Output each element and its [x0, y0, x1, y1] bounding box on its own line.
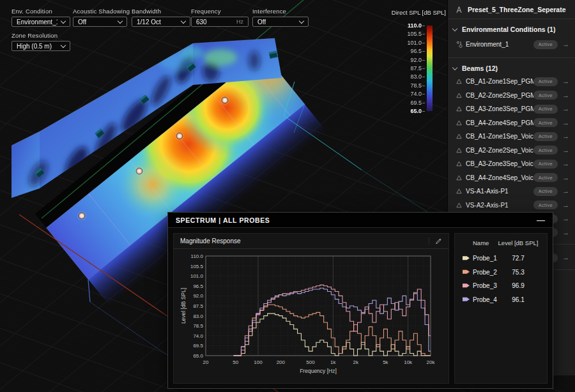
spectrum-panel-header[interactable]: SPECTRUM | ALL PROBES — [168, 213, 553, 228]
arrow-right-icon[interactable]: → [562, 215, 569, 222]
colorbar-title: Direct SPL [dB SPL] [392, 9, 446, 16]
svg-text:110.0: 110.0 [191, 253, 204, 259]
svg-text:20k: 20k [427, 359, 436, 365]
svg-text:Frequency [Hz]: Frequency [Hz] [300, 368, 337, 374]
probe-name: Probe_3 [473, 282, 497, 289]
colorbar-tick-mark [422, 103, 425, 103]
acoustic-shadowing-select[interactable]: Off [73, 17, 127, 27]
chevron-down-icon [452, 26, 457, 31]
svg-text:2k: 2k [353, 359, 358, 365]
probe-marker [175, 132, 184, 140]
magnitude-response-card: Magnitude Response 110.0105.5101.096.592… [173, 233, 449, 384]
colorbar-tick-mark [422, 68, 425, 69]
probe-row-Probe_2: Probe_275.3 [463, 266, 539, 280]
bandwidth-select[interactable]: 1/12 Oct [132, 17, 190, 27]
probe-name: Probe_4 [473, 296, 497, 303]
svg-text:Level [dB SPL]: Level [dB SPL] [180, 288, 187, 324]
frequency-label: Frequency [191, 8, 221, 15]
probe-row-Probe_1: Probe_172.7 [463, 252, 539, 266]
status-badge: Active [533, 132, 558, 141]
preset-title: Preset_5_ThreeZone_Seperate [468, 6, 566, 13]
arrow-right-icon[interactable]: → [562, 92, 569, 99]
preset-icon [456, 6, 463, 13]
colorbar-tick: 105.5 [383, 31, 422, 37]
colorbar-tick: 101.0 [383, 40, 422, 46]
arrow-right-icon[interactable]: → [562, 105, 569, 112]
colorbar-gradient [427, 26, 433, 111]
pencil-icon [435, 237, 442, 245]
chevron-down-icon [61, 42, 66, 47]
section-header-beams-12-[interactable]: Beams (12) [448, 58, 575, 75]
status-badge: Active [533, 160, 558, 169]
beam-icon [456, 202, 466, 208]
zone-resolution-select[interactable]: High (0.5 m) [12, 41, 70, 51]
chart-title: Magnitude Response [180, 237, 241, 245]
sidebar-item-CB_A1-Zone1Sep_PGM[interactable]: CB_A1-Zone1Sep_PGMActive→ [448, 75, 575, 89]
sidebar-item-CB_A4-Zone4Sep_Voice[interactable]: CB_A4-Zone4Sep_VoiceActive→ [448, 171, 575, 185]
frequency-input[interactable]: 630Hz [191, 17, 249, 27]
svg-text:92.0: 92.0 [193, 293, 203, 299]
sidebar-item-CB_A3-Zone3Sep_Voice[interactable]: CB_A3-Zone3Sep_VoiceActive→ [448, 157, 575, 171]
arrow-right-icon[interactable]: → [562, 174, 569, 181]
probe-flag-icon [463, 269, 470, 275]
sidebar-item-Environment_1[interactable]: Environment_1Active→ [448, 36, 575, 53]
preset-header[interactable]: Preset_5_ThreeZone_Seperate [448, 0, 575, 19]
colorbar-tick-mark [422, 26, 425, 26]
arrow-right-icon[interactable]: → [562, 160, 569, 167]
status-badge: Active [533, 91, 558, 100]
probe-name: Probe_1 [473, 255, 497, 262]
svg-text:83.0: 83.0 [193, 313, 203, 319]
arrow-right-icon[interactable]: → [562, 188, 569, 195]
spectrum-panel-title: SPECTRUM | ALL PROBES [176, 216, 270, 224]
arrow-right-icon[interactable]: → [562, 78, 569, 85]
arrow-right-icon[interactable]: → [562, 229, 569, 236]
svg-text:1k: 1k [330, 359, 336, 365]
minimize-button[interactable]: — [537, 217, 545, 223]
probe-row-Probe_4: Probe_496.1 [463, 293, 539, 307]
svg-text:200: 200 [277, 359, 286, 365]
environment-icon [456, 41, 466, 48]
svg-text:78.5: 78.5 [193, 323, 203, 329]
arrow-right-icon[interactable]: → [562, 41, 569, 48]
colorbar-tick-mark [422, 86, 425, 86]
colorbar-tick: 96.5 [383, 48, 422, 54]
interference-select[interactable]: Off [252, 17, 309, 27]
probe-name: Probe_2 [473, 269, 497, 276]
arrow-right-icon[interactable]: → [562, 202, 569, 209]
table-col-level: Level [dB SPL] [497, 239, 539, 246]
sidebar-item-CB_A2-Zone2Sep_PGM[interactable]: CB_A2-Zone2Sep_PGMActive→ [448, 89, 575, 103]
svg-text:65.0: 65.0 [193, 353, 203, 359]
arrow-right-icon[interactable]: → [562, 119, 569, 126]
probe-level: 72.7 [497, 255, 539, 262]
spectrum-panel: SPECTRUM | ALL PROBES — Magnitude Respon… [167, 212, 553, 389]
colorbar-tick-mark [422, 51, 425, 52]
sidebar-item-CB_A4-Zone4Sep_PGM[interactable]: CB_A4-Zone4Sep_PGMActive→ [448, 116, 575, 130]
svg-text:10k: 10k [404, 359, 413, 365]
probe-level: 96.9 [497, 282, 539, 289]
arrow-right-icon[interactable]: → [562, 254, 569, 261]
probe-level: 75.3 [497, 269, 539, 276]
magnitude-response-chart: 110.0105.5101.096.592.087.583.078.574.06… [179, 251, 443, 379]
svg-text:20: 20 [203, 359, 209, 365]
env-condition-select[interactable]: Environment_1 [12, 17, 70, 27]
svg-text:96.5: 96.5 [193, 283, 203, 289]
section-header-environmental-conditions-1-[interactable]: Environmental Conditions (1) [448, 19, 575, 36]
sidebar-item-VS-A2-Axis-P1[interactable]: VS-A2-Axis-P1Active→ [448, 199, 575, 213]
colorbar-tick: 69.5 [383, 100, 422, 106]
svg-text:105.5: 105.5 [190, 264, 204, 269]
colorbar-tick-mark [422, 94, 425, 94]
status-badge: Active [533, 40, 558, 49]
edit-button[interactable] [429, 237, 442, 245]
svg-text:500: 500 [306, 359, 315, 365]
arrow-right-icon[interactable]: → [562, 133, 569, 140]
arrow-right-icon[interactable]: → [562, 147, 569, 154]
status-badge: Active [533, 173, 558, 182]
sidebar-item-CB_A2-Zone2Sep_Voice[interactable]: CB_A2-Zone2Sep_VoiceActive→ [448, 144, 575, 158]
status-badge: Active [533, 77, 558, 86]
status-badge: Active [533, 118, 558, 127]
sidebar-item-VS-A1-Axis-P1[interactable]: VS-A1-Axis-P1Active→ [448, 185, 575, 199]
sidebar-item-CB_A1-Zone1Sep_Voice[interactable]: CB_A1-Zone1Sep_VoiceActive→ [448, 130, 575, 144]
status-badge: Active [533, 200, 558, 209]
status-badge: Active [533, 146, 558, 155]
sidebar-item-CB_A3-Zone3Sep_PGM[interactable]: CB_A3-Zone3Sep_PGMActive→ [448, 102, 575, 116]
